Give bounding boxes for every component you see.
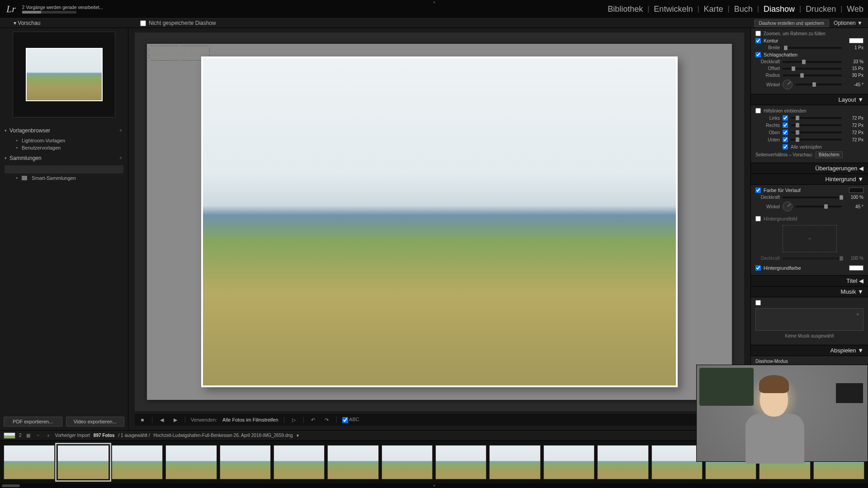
add-template-button[interactable]: ＋	[118, 127, 123, 134]
aspect-select[interactable]: Bildschirm	[816, 151, 843, 158]
shadow-angle-slider[interactable]	[795, 84, 842, 85]
filmstrip-thumb[interactable]	[651, 445, 703, 479]
margin-top-slider[interactable]	[791, 131, 842, 133]
slide-canvas[interactable]: Matthias Butz	[135, 33, 744, 411]
filmstrip-thumb[interactable]	[489, 445, 540, 479]
shadow-radius-value[interactable]: 30 Px	[844, 73, 863, 78]
music-section-header[interactable]: Musik ▼	[751, 286, 868, 297]
nav-web[interactable]: Web	[847, 5, 863, 14]
filmstrip-thumb[interactable]	[220, 445, 271, 479]
nav-book[interactable]: Buch	[734, 5, 753, 14]
grid-view-button[interactable]: ▦	[25, 432, 32, 439]
stop-button[interactable]: ■	[138, 416, 146, 424]
shadow-radius-slider[interactable]	[783, 75, 842, 76]
margin-bottom-value[interactable]: 72 Px	[844, 137, 863, 142]
margin-left-slider[interactable]	[791, 117, 842, 119]
second-monitor-toggle[interactable]	[4, 432, 15, 439]
next-slide-button[interactable]: ▶	[171, 416, 179, 424]
shadow-opacity-value[interactable]: 33 %	[844, 59, 863, 64]
template-folder-user[interactable]: Benutzervorlagen	[0, 144, 128, 151]
options-panel-header[interactable]: Optionen ▼	[834, 20, 863, 26]
add-music-button[interactable]: ＋	[855, 310, 860, 318]
filmstrip-thumb[interactable]	[597, 445, 648, 479]
filmstrip-thumb[interactable]	[165, 445, 217, 479]
gradient-angle-dial[interactable]	[783, 202, 793, 211]
shadow-checkbox[interactable]	[755, 52, 761, 57]
shadow-offset-value[interactable]: 15 Px	[844, 66, 863, 71]
prev-slide-button[interactable]: ◀	[158, 416, 166, 424]
use-value[interactable]: Alle Fotos im Filmstreifen	[222, 417, 278, 422]
gradient-opacity-slider[interactable]	[783, 197, 842, 198]
music-tracklist[interactable]: ＋	[755, 308, 863, 331]
filmstrip-thumb[interactable]	[435, 445, 486, 479]
playback-section-header[interactable]: Abspielen ▼	[751, 345, 868, 356]
zoom-out-button[interactable]: −	[35, 432, 42, 439]
zoom-fill-checkbox[interactable]	[755, 31, 761, 36]
filmstrip-thumb[interactable]	[4, 445, 55, 479]
create-slideshow-button[interactable]: Diashow erstellen und speichern	[754, 19, 830, 27]
play-button[interactable]: ▷	[290, 416, 298, 424]
collections-header[interactable]: ▾ Sammlungen ＋	[0, 151, 128, 164]
collection-filter-row[interactable]	[5, 165, 123, 174]
smart-collections-item[interactable]: Smart-Sammlungen	[0, 174, 128, 182]
filmstrip-thumb[interactable]	[274, 445, 325, 479]
export-pdf-button[interactable]: PDF exportieren...	[4, 417, 62, 427]
nav-library[interactable]: Bibliothek	[608, 5, 643, 14]
template-folder-lr[interactable]: Lightroom-Vorlagen	[0, 137, 128, 144]
source-label[interactable]: Vorheriger Import	[55, 433, 90, 438]
layout-section-header[interactable]: Layout ▼	[751, 94, 868, 105]
gradient-angle-slider[interactable]	[795, 206, 842, 207]
nav-slideshow[interactable]: Diashow	[764, 5, 795, 14]
music-enable-checkbox[interactable]	[755, 300, 761, 305]
bgimage-dropzone[interactable]: ＋	[783, 225, 837, 252]
title-section-header[interactable]: Titel ◀	[751, 276, 868, 286]
slideshow-title-checkbox[interactable]	[140, 20, 146, 26]
rotate-cw-button[interactable]: ↷	[323, 416, 331, 424]
bgcolor-checkbox[interactable]	[755, 265, 761, 271]
margin-left-value[interactable]: 72 Px	[844, 116, 863, 121]
text-overlay[interactable]: Matthias Butz	[149, 46, 210, 61]
gradient-checkbox[interactable]	[755, 188, 761, 193]
margin-right-slider[interactable]	[791, 124, 842, 126]
margin-top-link[interactable]	[783, 130, 788, 135]
path-dropdown-icon[interactable]: ▾	[297, 433, 299, 438]
margin-bottom-link[interactable]	[783, 137, 788, 142]
stroke-width-value[interactable]: 1 Px	[844, 45, 863, 50]
rotate-ccw-button[interactable]: ↶	[309, 416, 317, 424]
background-section-header[interactable]: Hintergrund ▼	[751, 174, 868, 185]
bgimage-checkbox[interactable]	[755, 216, 761, 221]
text-overlay-checkbox[interactable]	[342, 417, 348, 423]
overlays-section-header[interactable]: Überlagerungen ◀	[751, 163, 868, 174]
margin-top-value[interactable]: 72 Px	[844, 130, 863, 135]
link-all-checkbox[interactable]	[783, 144, 788, 150]
stroke-color-swatch[interactable]	[849, 38, 863, 43]
nav-print[interactable]: Drucken	[806, 5, 836, 14]
shadow-opacity-slider[interactable]	[783, 61, 842, 63]
filmstrip-thumb[interactable]	[57, 445, 108, 479]
filmstrip-thumb[interactable]	[382, 445, 433, 479]
gradient-angle-value[interactable]: 45 °	[844, 204, 863, 209]
templates-header[interactable]: ▾ Vorlagenbrowser ＋	[0, 124, 128, 137]
export-video-button[interactable]: Video exportieren...	[66, 417, 125, 427]
gradient-opacity-value[interactable]: 100 %	[844, 195, 863, 200]
nav-develop[interactable]: Entwickeln	[654, 5, 693, 14]
add-collection-button[interactable]: ＋	[118, 154, 123, 162]
guides-checkbox[interactable]	[755, 108, 761, 113]
filmstrip-thumb[interactable]	[327, 445, 378, 479]
margin-right-value[interactable]: 72 Px	[844, 123, 863, 128]
filmstrip-thumb[interactable]	[543, 445, 594, 479]
margin-left-link[interactable]	[783, 115, 788, 121]
shadow-angle-dial[interactable]	[783, 80, 793, 89]
stroke-checkbox[interactable]	[755, 38, 761, 43]
shadow-angle-value[interactable]: -45 °	[844, 82, 863, 87]
gradient-color-swatch[interactable]	[849, 188, 863, 193]
nav-map[interactable]: Karte	[704, 5, 723, 14]
margin-bottom-slider[interactable]	[791, 139, 842, 141]
zoom-in-button[interactable]: ＋	[45, 432, 52, 439]
panel-collapse-top[interactable]	[427, 0, 441, 5]
panel-collapse-bottom[interactable]: ▾	[433, 483, 435, 488]
bgcolor-swatch[interactable]	[849, 265, 863, 271]
filmstrip-thumb[interactable]	[112, 445, 163, 479]
margin-right-link[interactable]	[783, 122, 788, 128]
current-file-path[interactable]: Hochzeit-Ludwigshafen-Full-Benkesser-26.…	[154, 433, 293, 438]
